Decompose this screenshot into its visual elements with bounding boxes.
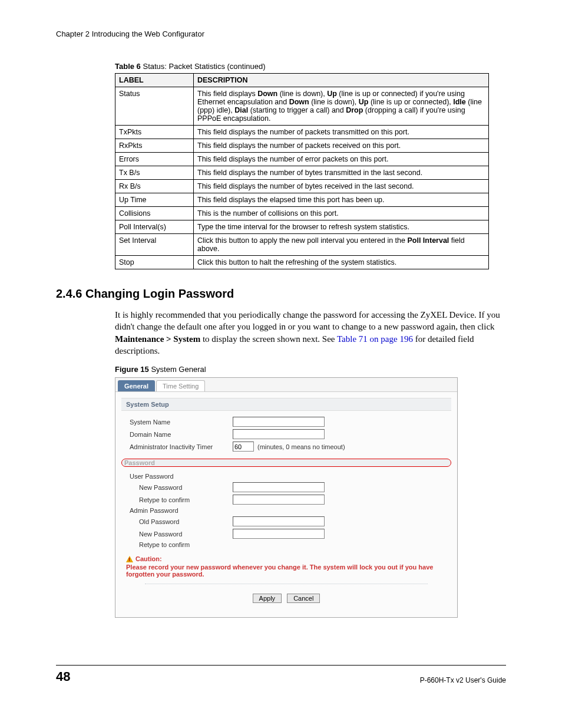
- table-row: StopClick this button to halt the refres…: [115, 256, 489, 269]
- input-user-retype[interactable]: [233, 495, 325, 505]
- table-caption: Table 6 Status: Packet Statistics (conti…: [115, 62, 506, 71]
- table-row: Rx B/sThis field displays the number of …: [115, 180, 489, 193]
- table-row: Set Interval Click this button to apply …: [115, 234, 489, 256]
- input-user-new-password[interactable]: [233, 482, 325, 492]
- section-bar-password: Password: [121, 459, 451, 467]
- input-admin-timer[interactable]: [233, 442, 254, 452]
- table-row: Tx B/sThis field displays the number of …: [115, 166, 489, 180]
- section-paragraph: It is highly recommended that you period…: [115, 309, 506, 357]
- label-user-password: User Password: [130, 473, 233, 480]
- table-title: Status: Packet Statistics (continued): [141, 62, 266, 71]
- label-admin-timer: Administrator Inactivity Timer: [130, 443, 233, 450]
- figure-number: Figure 15: [115, 365, 149, 374]
- cell-desc: This field displays Down (line is down),…: [194, 87, 489, 126]
- label-domain-name: Domain Name: [130, 431, 233, 438]
- label-new-password: New Password: [139, 484, 233, 491]
- label-retype-2: Retype to confirm: [139, 541, 233, 548]
- figure-title: System General: [149, 365, 206, 374]
- section-heading: 2.4.6 Changing Login Password: [56, 287, 506, 301]
- figure-system-general: General Time Setting System Setup System…: [115, 377, 458, 618]
- table-row: Status This field displays Down (line is…: [115, 87, 489, 126]
- table-number: Table 6: [115, 62, 141, 71]
- tab-bar: General Time Setting: [115, 378, 457, 392]
- page-footer: 48 P-660H-Tx v2 User's Guide: [56, 665, 506, 684]
- input-admin-new-password[interactable]: [233, 529, 325, 539]
- caution-text: Please record your new password whenever…: [126, 564, 447, 578]
- label-retype: Retype to confirm: [139, 496, 233, 503]
- label-old-password: Old Password: [139, 518, 233, 525]
- table-row: RxPktsThis field displays the number of …: [115, 139, 489, 153]
- label-system-name: System Name: [130, 419, 233, 426]
- warning-icon: [126, 556, 133, 562]
- table-row: CollisionsThis is the number of collisio…: [115, 207, 489, 220]
- table-row: TxPktsThis field displays the number of …: [115, 126, 489, 139]
- table-row: Up TimeThis field displays the elapsed t…: [115, 193, 489, 207]
- table-row: Poll Interval(s)Type the time interval f…: [115, 220, 489, 234]
- th-label: LABEL: [115, 74, 194, 87]
- guide-name: P-660H-Tx v2 User's Guide: [420, 676, 506, 684]
- caution-block: Caution: Please record your new password…: [126, 555, 447, 578]
- label-new-password-2: New Password: [139, 531, 233, 538]
- cross-ref-link[interactable]: Table 71 on page 196: [337, 334, 413, 344]
- input-domain-name[interactable]: [233, 429, 325, 439]
- cancel-button[interactable]: Cancel: [287, 594, 320, 603]
- chapter-header: Chapter 2 Introducing the Web Configurat…: [56, 29, 506, 38]
- input-admin-old-password[interactable]: [233, 516, 325, 526]
- th-description: DESCRIPTION: [194, 74, 489, 87]
- tab-time-setting[interactable]: Time Setting: [156, 380, 205, 391]
- packet-statistics-table: LABEL DESCRIPTION Status This field disp…: [115, 73, 489, 269]
- section-bar-system-setup: System Setup: [121, 398, 451, 411]
- cell-label: Status: [115, 87, 194, 126]
- separator: [145, 584, 428, 584]
- tab-general[interactable]: General: [118, 380, 155, 391]
- label-admin-password: Admin Password: [130, 507, 233, 514]
- caution-title: Caution:: [135, 555, 162, 562]
- apply-button[interactable]: Apply: [253, 594, 282, 603]
- table-row: ErrorsThis field displays the number of …: [115, 153, 489, 166]
- page-number: 48: [56, 669, 70, 684]
- figure-caption: Figure 15 System General: [115, 365, 506, 374]
- input-system-name[interactable]: [233, 417, 325, 427]
- hint-admin-timer: (minutes, 0 means no timeout): [257, 443, 345, 450]
